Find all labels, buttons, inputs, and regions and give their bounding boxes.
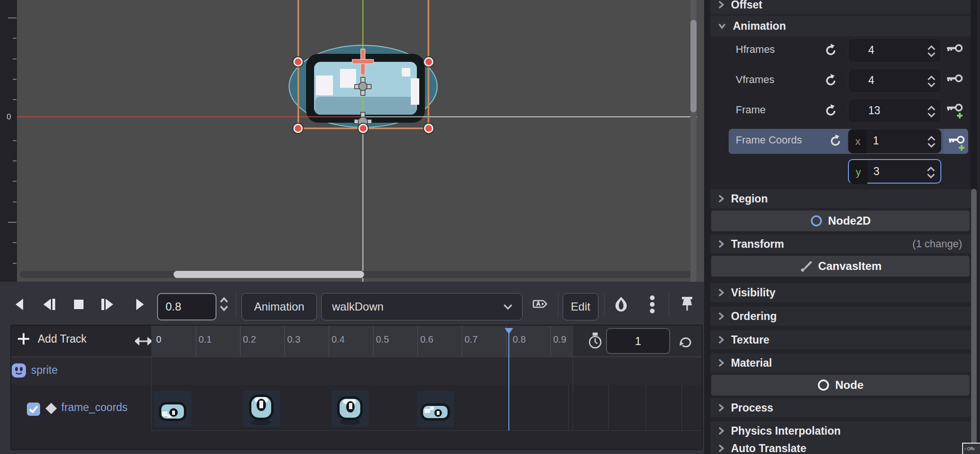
ruler-tick-label: 0 bbox=[156, 334, 161, 345]
ruler-tick-label: 0.7 bbox=[465, 334, 478, 345]
onion-skinning-icon[interactable] bbox=[610, 293, 632, 316]
keyframe-0.4[interactable] bbox=[332, 391, 369, 427]
animation-menu-button[interactable]: Animation bbox=[241, 293, 317, 320]
plus-icon bbox=[17, 332, 30, 345]
loop-icon[interactable] bbox=[677, 333, 694, 349]
key-insert-icon[interactable] bbox=[948, 135, 968, 152]
timeline-pan-icon[interactable] bbox=[135, 336, 152, 348]
playhead-line[interactable] bbox=[508, 328, 509, 430]
revert-icon[interactable] bbox=[824, 103, 838, 118]
pin-panel-icon[interactable] bbox=[676, 293, 698, 316]
play-backwards-button[interactable] bbox=[8, 293, 30, 316]
section-auto-translate[interactable]: Auto Translate bbox=[710, 439, 971, 454]
key-insert-icon[interactable] bbox=[946, 102, 966, 120]
chevron-right-icon bbox=[718, 311, 724, 321]
play-button[interactable] bbox=[129, 293, 151, 316]
spinner-icon[interactable] bbox=[927, 75, 936, 88]
ruler-tick-label: 0.5 bbox=[376, 334, 389, 345]
seek-time-spinbox[interactable]: 0.8 bbox=[157, 293, 216, 320]
vertical-scrollbar[interactable] bbox=[690, 0, 697, 282]
y-axis-chip: y bbox=[849, 160, 867, 184]
x-axis-chip: x bbox=[849, 130, 867, 153]
chevron-right-icon bbox=[718, 335, 724, 345]
ruler-tick-label: 0.3 bbox=[287, 334, 300, 345]
section-material[interactable]: Material bbox=[710, 353, 971, 372]
chevron-down-icon bbox=[718, 23, 726, 29]
track-property-name: frame_coords bbox=[61, 401, 128, 414]
animation-length-spinbox[interactable]: 1 bbox=[606, 328, 670, 354]
revert-icon[interactable] bbox=[824, 73, 838, 87]
property-row-frame: Frame 13 bbox=[710, 96, 971, 126]
keyframe-0.2[interactable] bbox=[243, 391, 280, 427]
vframes-spinbox[interactable]: 4 bbox=[848, 68, 941, 93]
revert-icon[interactable] bbox=[829, 134, 842, 148]
section-process[interactable]: Process bbox=[710, 398, 971, 417]
more-options-icon[interactable] bbox=[641, 293, 663, 316]
category-node: Node bbox=[711, 375, 970, 395]
animation-length-zone: 1 bbox=[573, 326, 703, 356]
transform-change-note: (1 change) bbox=[913, 238, 962, 250]
key-icon[interactable] bbox=[946, 42, 965, 58]
vertical-ruler bbox=[0, 0, 17, 282]
animation-panel: 0.8 Animation walkDown Edit bbox=[0, 282, 704, 454]
section-animation[interactable]: Animation bbox=[710, 16, 971, 36]
chevron-down-icon bbox=[502, 303, 514, 311]
frame-coords-x-spinbox[interactable]: x 1 bbox=[848, 129, 941, 153]
node2d-icon bbox=[810, 215, 822, 227]
ruler-tick-label: 0.9 bbox=[553, 334, 566, 345]
category-canvasitem: CanvasItem bbox=[711, 256, 970, 277]
spinner-icon[interactable] bbox=[927, 45, 936, 58]
spinner-icon[interactable] bbox=[926, 166, 936, 179]
revert-icon[interactable] bbox=[824, 43, 838, 57]
category-node2d: Node2D bbox=[711, 210, 970, 231]
section-transform[interactable]: Transform (1 change) bbox=[710, 235, 971, 253]
scene-canvas[interactable] bbox=[0, 0, 704, 282]
ruler-tick-label: 0.1 bbox=[199, 334, 212, 345]
section-ordering[interactable]: Ordering bbox=[710, 307, 971, 326]
section-region[interactable]: Region bbox=[710, 189, 971, 208]
spinner-icon[interactable] bbox=[927, 105, 936, 118]
add-track-button[interactable]: Add Track bbox=[17, 332, 87, 345]
inspector-scrollbar[interactable] bbox=[971, 0, 977, 454]
play-from-end-button[interactable] bbox=[38, 293, 59, 316]
horizontal-scrollbar-thumb[interactable] bbox=[174, 271, 364, 278]
ruler-tick-label: 0.6 bbox=[420, 334, 433, 345]
ruler-tick-label: 0.4 bbox=[332, 334, 345, 345]
section-physics-interpolation[interactable]: Physics Interpolation bbox=[710, 421, 971, 440]
section-texture[interactable]: Texture bbox=[710, 330, 971, 349]
canvas-viewport[interactable]: 0 bbox=[0, 0, 704, 282]
track-node-name: sprite bbox=[31, 364, 58, 377]
animation-toolbar: 0.8 Animation walkDown Edit bbox=[0, 286, 704, 325]
play-from-start-button[interactable] bbox=[97, 293, 119, 316]
seek-time-spinner[interactable] bbox=[217, 293, 231, 316]
property-row-frame-coords-y: y 3 bbox=[710, 156, 971, 186]
spinner-icon[interactable] bbox=[927, 135, 936, 149]
section-visibility[interactable]: Visibility bbox=[710, 283, 971, 302]
panel-splitter[interactable] bbox=[704, 0, 710, 454]
stop-button[interactable] bbox=[68, 293, 90, 316]
animation-select-dropdown[interactable]: walkDown bbox=[321, 293, 523, 320]
frame-coords-y-spinbox[interactable]: y 3 bbox=[848, 159, 941, 184]
section-offset[interactable]: Offset bbox=[710, 0, 971, 14]
frame-spinbox[interactable]: 13 bbox=[848, 99, 941, 123]
tooltip-preview: › Offs bbox=[962, 443, 980, 454]
edit-button[interactable]: Edit bbox=[563, 293, 598, 320]
track-row-sprite[interactable]: sprite bbox=[11, 357, 703, 385]
property-row-frame-coords[interactable]: Frame Coords x 1 bbox=[710, 126, 971, 156]
key-icon[interactable] bbox=[946, 72, 965, 88]
autoplay-on-load-icon[interactable] bbox=[530, 293, 552, 316]
track-enabled-checkbox[interactable] bbox=[27, 403, 40, 416]
sprite2d-icon bbox=[11, 363, 26, 378]
vertical-scrollbar-thumb[interactable] bbox=[690, 20, 697, 112]
chevron-right-icon bbox=[718, 0, 724, 9]
keyframe-0.6[interactable] bbox=[417, 391, 454, 427]
chevron-right-icon bbox=[718, 239, 724, 249]
keyframe-0.0[interactable] bbox=[154, 391, 191, 427]
horizontal-scrollbar[interactable] bbox=[20, 271, 697, 278]
keyframe-diamond-icon bbox=[45, 403, 57, 414]
track-editor: Add Track 0 0.1 0.2 0.3 0.4 0.5 0.6 0.7 … bbox=[10, 325, 703, 450]
hframes-spinbox[interactable]: 4 bbox=[848, 38, 941, 63]
node-icon bbox=[817, 379, 830, 391]
inspector-scrollbar-thumb[interactable] bbox=[971, 189, 977, 454]
track-row-frame-coords[interactable]: frame_coords bbox=[11, 385, 703, 430]
